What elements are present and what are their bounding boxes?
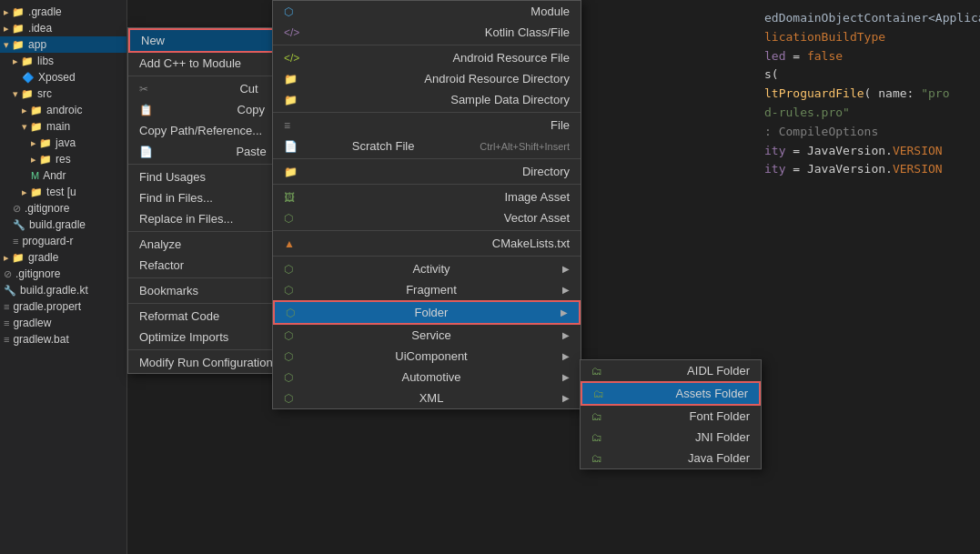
cmake-icon: ▲ [284, 237, 295, 250]
activity-icon: ⬡ [284, 263, 293, 276]
new-menu-item-sample-data[interactable]: 📁 Sample Data Directory [273, 89, 581, 110]
sidebar-item-andr[interactable]: M Andr [0, 167, 126, 184]
xml-arrow: ▶ [562, 393, 570, 403]
ui-icon: ⬡ [284, 350, 293, 363]
folder-menu-item-aidl[interactable]: 🗂 AIDL Folder [581, 360, 761, 381]
font-folder-icon: 🗂 [591, 410, 602, 423]
jni-folder-icon: 🗂 [591, 431, 602, 444]
directory-icon: 📁 [284, 166, 298, 178]
sidebar-item-gitignore1[interactable]: ⊘ .gitignore [0, 200, 126, 217]
folder2-icon: ⬡ [286, 307, 295, 319]
paste-icon: 📄 [139, 146, 153, 158]
sidebar-item-proguard[interactable]: ≡ proguard-r [0, 233, 126, 249]
fragment-icon: ⬡ [284, 284, 293, 297]
sidebar-item-app[interactable]: ▾ 📁 app [0, 36, 126, 53]
new-menu-item-vector-asset[interactable]: ⬡ Vector Asset [273, 207, 581, 228]
kotlin-icon: </> [284, 26, 299, 39]
java-folder-icon: 🗂 [591, 452, 602, 465]
new-menu-item-fragment[interactable]: ⬡ Fragment ▶ [273, 279, 581, 300]
folder-menu-item-assets[interactable]: 🗂 Assets Folder [581, 381, 761, 406]
cut-icon: ✂ [139, 83, 148, 96]
activity-arrow: ▶ [562, 264, 570, 274]
sep-new-5 [273, 230, 581, 231]
sidebar-item-gradleprop[interactable]: ≡ gradle.propert [0, 298, 126, 315]
sep-new-6 [273, 256, 581, 257]
new-menu-item-activity[interactable]: ⬡ Activity ▶ [273, 258, 581, 279]
sidebar-item-idea[interactable]: ▸ 📁 .idea [0, 20, 126, 36]
aidl-folder-icon: 🗂 [591, 365, 602, 378]
sidebar-item-libs[interactable]: ▸ 📁 libs [0, 53, 126, 69]
sample-data-icon: 📁 [284, 94, 298, 106]
service-arrow: ▶ [562, 330, 570, 340]
android-res-icon: </> [284, 52, 299, 65]
new-menu-item-android-res-dir[interactable]: 📁 Android Resource Directory [273, 68, 581, 89]
module-icon: ⬡ [284, 5, 293, 18]
sidebar-item-android[interactable]: ▸ 📁 androic [0, 102, 126, 118]
new-menu-item-xml[interactable]: ⬡ XML ▶ [273, 388, 581, 408]
sidebar-item-gradle-root[interactable]: ▸ 📁 gradle [0, 249, 126, 266]
fragment-arrow: ▶ [562, 285, 570, 295]
uicomponent-arrow: ▶ [562, 351, 570, 361]
new-menu-item-android-res-file[interactable]: </> Android Resource File [273, 47, 581, 68]
folder-menu-item-jni[interactable]: 🗂 JNI Folder [581, 427, 761, 448]
sidebar-item-buildgradle[interactable]: 🔧 build.gradle [0, 217, 126, 233]
sep-new-3 [273, 158, 581, 159]
new-menu-item-scratch[interactable]: 📄 Scratch File Ctrl+Alt+Shift+Insert [273, 136, 581, 156]
new-menu-item-file[interactable]: ≡ File [273, 115, 581, 136]
sidebar-item-buildgradlekt[interactable]: 🔧 build.gradle.kt [0, 282, 126, 298]
submenu-new: ⬡ Module </> Kotlin Class/File </> Andro… [272, 0, 581, 409]
new-menu-item-module[interactable]: ⬡ Module [273, 1, 581, 22]
folder-arrow: ▶ [561, 307, 568, 317]
new-menu-item-kotlin[interactable]: </> Kotlin Class/File [273, 22, 581, 43]
sidebar-item-xposed[interactable]: 🔷 Xposed [0, 69, 126, 86]
sidebar-item-res[interactable]: ▸ 📁 res [0, 151, 126, 167]
new-menu-item-service[interactable]: ⬡ Service ▶ [273, 325, 581, 346]
sep-new-1 [273, 45, 581, 45]
xml-icon: ⬡ [284, 392, 293, 405]
sep-new-2 [273, 112, 581, 113]
scratch-icon: 📄 [284, 140, 298, 153]
submenu-folder: 🗂 AIDL Folder 🗂 Assets Folder 🗂 Font Fol… [580, 359, 762, 469]
sidebar-item-gitignore2[interactable]: ⊘ .gitignore [0, 266, 126, 282]
new-menu-item-cmake[interactable]: ▲ CMakeLists.txt [273, 233, 581, 254]
automotive-icon: ⬡ [284, 371, 293, 384]
vector-asset-icon: ⬡ [284, 212, 293, 225]
new-menu-item-folder[interactable]: ⬡ Folder ▶ [273, 300, 581, 325]
folder-menu-item-font[interactable]: 🗂 Font Folder [581, 406, 761, 427]
sidebar-item-main[interactable]: ▾ 📁 main [0, 118, 126, 135]
new-menu-item-directory[interactable]: 📁 Directory [273, 161, 581, 182]
new-menu-item-image-asset[interactable]: 🖼 Image Asset [273, 186, 581, 207]
sidebar-item-gradlew[interactable]: ≡ gradlew [0, 315, 126, 331]
sep-new-4 [273, 184, 581, 185]
file-icon: ≡ [284, 119, 290, 132]
sidebar-item-java[interactable]: ▸ 📁 java [0, 135, 126, 151]
sidebar-item-gradlewbat[interactable]: ≡ gradlew.bat [0, 331, 126, 348]
new-menu-item-automotive[interactable]: ⬡ Automotive ▶ [273, 367, 581, 388]
project-sidebar: ▸ 📁 .gradle ▸ 📁 .idea ▾ 📁 app ▸ 📁 libs 🔷… [0, 0, 127, 554]
assets-folder-icon: 🗂 [593, 388, 604, 400]
android-res-dir-icon: 📁 [284, 73, 298, 86]
copy-icon: 📋 [139, 104, 153, 116]
service-icon: ⬡ [284, 329, 293, 342]
sidebar-item-src[interactable]: ▾ 📁 src [0, 86, 126, 102]
new-menu-item-uicomponent[interactable]: ⬡ UiComponent ▶ [273, 346, 581, 367]
automotive-arrow: ▶ [562, 372, 570, 382]
sidebar-item-gradle[interactable]: ▸ 📁 .gradle [0, 4, 126, 20]
sidebar-item-test[interactable]: ▸ 📁 test [u [0, 184, 126, 200]
folder-menu-item-java[interactable]: 🗂 Java Folder [581, 448, 761, 468]
image-asset-icon: 🖼 [284, 191, 295, 204]
